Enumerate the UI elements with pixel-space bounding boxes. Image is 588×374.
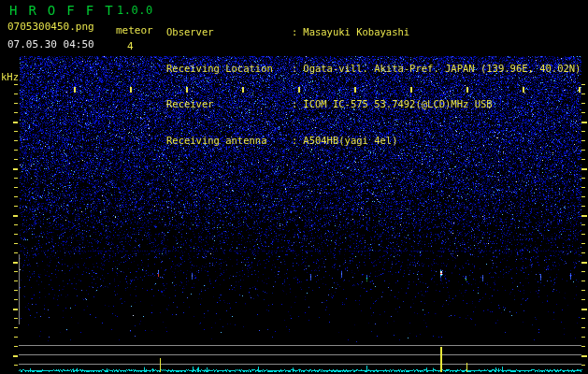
info-label: Receiver	[166, 98, 292, 110]
datetime-label: 07.05.30 04:50	[7, 38, 94, 50]
info-separator: :	[292, 135, 297, 147]
info-value: A504HB(yagi 4el)	[303, 135, 397, 146]
info-row-location: Receiving Location:Ogata-vill. Akita-Pre…	[166, 63, 581, 75]
info-label: Observer	[166, 26, 292, 38]
info-value: Ogata-vill. Akita-Pref. JAPAN (139.96E, …	[303, 63, 581, 74]
filename-label: 0705300450.png	[7, 21, 94, 33]
info-row-receiver: Receiver:ICOM IC-575 53.7492(@LCD)MHz US…	[166, 98, 581, 110]
hrofft-screen: HROFFT 1.0.0 0705300450.png meteor 07.05…	[0, 0, 588, 374]
meteor-count: 4	[127, 40, 134, 52]
info-label: Receiving antenna	[166, 135, 292, 147]
info-label: Receiving Location	[166, 63, 292, 75]
khz-axis-label: kHz	[1, 71, 19, 82]
info-separator: :	[292, 98, 297, 110]
info-separator: :	[292, 63, 297, 75]
station-info: Observer:Masayuki Kobayashi Receiving Lo…	[166, 2, 581, 171]
app-version: 1.0.0	[117, 4, 153, 17]
info-separator: :	[292, 26, 297, 38]
app-title: HROFFT	[9, 3, 124, 18]
info-row-observer: Observer:Masayuki Kobayashi	[166, 26, 581, 38]
info-row-antenna: Receiving antenna:A504HB(yagi 4el)	[166, 135, 581, 147]
info-value: Masayuki Kobayashi	[303, 26, 409, 37]
mode-label: meteor	[116, 24, 153, 36]
info-value: ICOM IC-575 53.7492(@LCD)MHz USB	[303, 98, 492, 109]
